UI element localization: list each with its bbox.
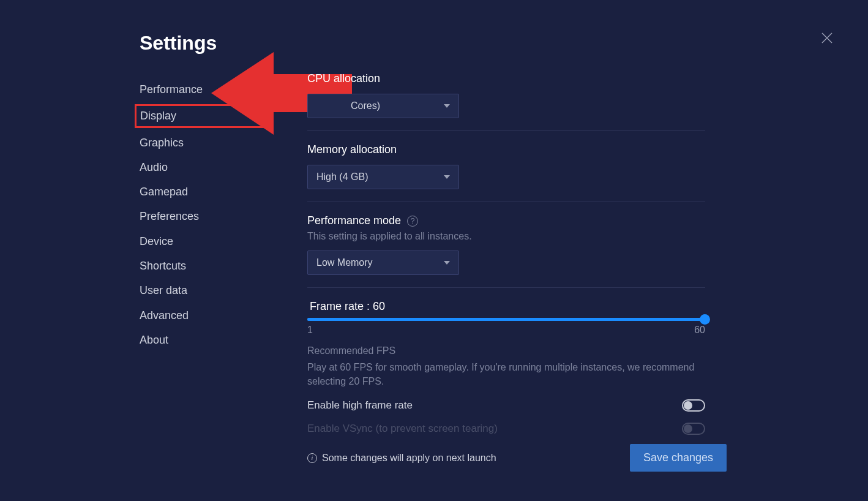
sidebar-item-graphics[interactable]: Graphics [140,130,262,155]
memory-select[interactable]: High (4 GB) [307,165,459,189]
chevron-down-icon [444,175,450,179]
cpu-section: CPU allocation Cores) [307,72,705,131]
chevron-down-icon [444,104,450,108]
cpu-select-value: Cores) [351,100,380,111]
help-icon[interactable]: ? [407,216,418,227]
high-fps-toggle[interactable] [682,399,705,412]
sidebar-item-preferences[interactable]: Preferences [140,204,262,228]
sidebar-item-audio[interactable]: Audio [140,155,262,179]
sidebar-item-shortcuts[interactable]: Shortcuts [140,254,262,278]
high-fps-label: Enable high frame rate [307,399,413,412]
sidebar-item-user-data[interactable]: User data [140,278,262,303]
framerate-min: 1 [307,325,313,336]
high-fps-row: Enable high frame rate [307,399,705,412]
sidebar-item-gamepad[interactable]: Gamepad [140,179,262,204]
sidebar-item-advanced[interactable]: Advanced [140,303,262,328]
cpu-label: CPU allocation [307,72,705,85]
sidebar: Performance Display Graphics Audio Gamep… [140,77,262,352]
cpu-select[interactable]: Cores) [307,94,459,118]
page-title: Settings [140,32,217,55]
info-icon: i [307,453,317,463]
vsync-row: Enable VSync (to prevent screen tearing) [307,423,705,435]
footer-note: i Some changes will apply on next launch [307,453,496,464]
vsync-toggle[interactable] [682,423,705,435]
perfmode-select[interactable]: Low Memory [307,250,459,275]
memory-label: Memory allocation [307,143,705,156]
sidebar-item-about[interactable]: About [140,328,262,352]
perfmode-sub: This setting is applied to all instances… [307,231,705,242]
framerate-section: Frame rate : 60 1 60 Recommended FPS Pla… [307,300,705,447]
framerate-slider[interactable] [307,318,705,321]
slider-thumb[interactable] [700,314,710,325]
perfmode-section: Performance mode ? This setting is appli… [307,214,705,288]
vsync-label: Enable VSync (to prevent screen tearing) [307,423,498,435]
memory-section: Memory allocation High (4 GB) [307,143,705,202]
sidebar-item-device[interactable]: Device [140,229,262,254]
close-icon[interactable] [820,31,834,45]
perfmode-label: Performance mode ? [307,214,705,227]
sidebar-item-performance[interactable]: Performance [140,77,262,102]
recommended-title: Recommended FPS [307,345,705,356]
chevron-down-icon [444,261,450,265]
memory-select-value: High (4 GB) [316,171,368,183]
perfmode-select-value: Low Memory [316,257,373,268]
recommended-body: Play at 60 FPS for smooth gameplay. If y… [307,360,705,388]
save-button[interactable]: Save changes [630,444,727,472]
framerate-label: Frame rate : 60 [307,300,705,313]
sidebar-item-display[interactable]: Display [135,104,267,127]
framerate-max: 60 [694,325,705,336]
